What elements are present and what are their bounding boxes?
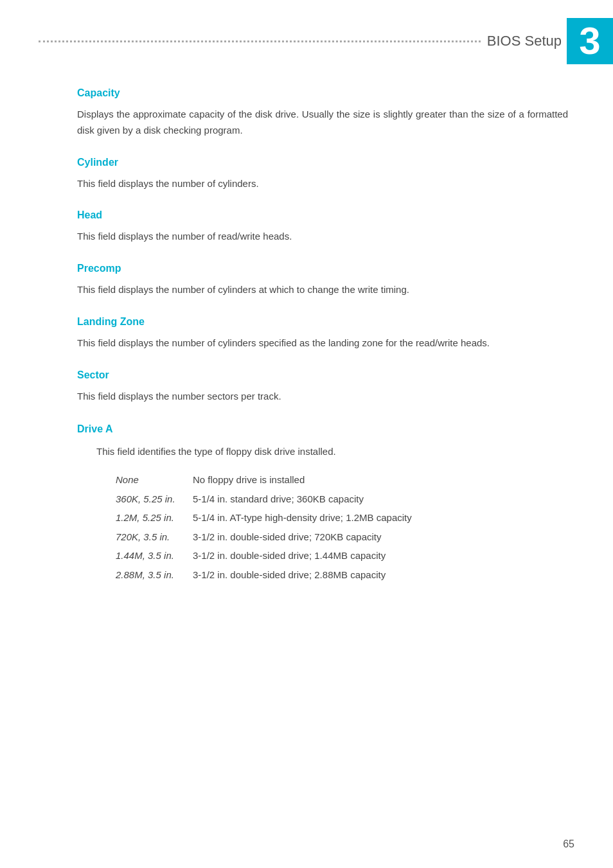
cylinder-section: Cylinder This field displays the number … [77,157,568,192]
capacity-section: Capacity Displays the approximate capaci… [77,87,568,139]
precomp-heading: Precomp [77,263,568,274]
landing-zone-body: This field displays the number of cylind… [77,335,568,351]
page-number: 65 [563,838,574,850]
drive-table-row: 360K, 5.25 in.5-1/4 in. standard drive; … [116,491,568,508]
chapter-number: 3 [567,18,613,64]
drive-value: 5-1/4 in. AT-type high-density drive; 1.… [193,509,568,526]
drive-table-row: 720K, 3.5 in.3-1/2 in. double-sided driv… [116,529,568,545]
head-heading: Head [77,209,568,221]
drive-table-row: NoneNo floppy drive is installed [116,472,568,488]
drive-table-row: 1.2M, 5.25 in.5-1/4 in. AT-type high-den… [116,509,568,526]
drive-key: 1.2M, 5.25 in. [116,509,193,526]
drive-a-body: This field identifies the type of floppy… [77,444,568,460]
drive-value: 5-1/4 in. standard drive; 360KB capacity [193,491,568,508]
head-body: This field displays the number of read/w… [77,229,568,245]
drive-key: 1.44M, 3.5 in. [116,547,193,564]
page-header: BIOS Setup 3 [0,0,613,64]
capacity-body: Displays the approximate capacity of the… [77,107,568,139]
drive-key: 720K, 3.5 in. [116,529,193,545]
drive-value: 3-1/2 in. double-sided drive; 2.88MB cap… [193,567,568,583]
drive-key: None [116,472,193,488]
drive-key: 2.88M, 3.5 in. [116,567,193,583]
cylinder-body: This field displays the number of cylind… [77,176,568,192]
drive-table-row: 2.88M, 3.5 in.3-1/2 in. double-sided dri… [116,567,568,583]
drive-value: 3-1/2 in. double-sided drive; 1.44MB cap… [193,547,568,564]
drive-table-row: 1.44M, 3.5 in.3-1/2 in. double-sided dri… [116,547,568,564]
sector-heading: Sector [77,369,568,381]
drive-value: 3-1/2 in. double-sided drive; 720KB capa… [193,529,568,545]
page-container: BIOS Setup 3 Capacity Displays the appro… [0,0,613,868]
sector-section: Sector This field displays the number se… [77,369,568,405]
head-section: Head This field displays the number of r… [77,209,568,245]
header-title: BIOS Setup [487,33,562,49]
precomp-body: This field displays the number of cylind… [77,282,568,298]
drive-key: 360K, 5.25 in. [116,491,193,508]
landing-zone-section: Landing Zone This field displays the num… [77,316,568,351]
drive-a-section: Drive A This field identifies the type o… [77,423,568,583]
content-area: Capacity Displays the approximate capaci… [0,64,613,611]
drive-table: NoneNo floppy drive is installed360K, 5.… [77,472,568,583]
capacity-heading: Capacity [77,87,568,99]
landing-zone-heading: Landing Zone [77,316,568,328]
precomp-section: Precomp This field displays the number o… [77,263,568,298]
sector-body: This field displays the number sectors p… [77,389,568,405]
cylinder-heading: Cylinder [77,157,568,168]
drive-a-heading: Drive A [77,423,568,435]
dotted-line [39,40,481,42]
drive-value: No floppy drive is installed [193,472,568,488]
